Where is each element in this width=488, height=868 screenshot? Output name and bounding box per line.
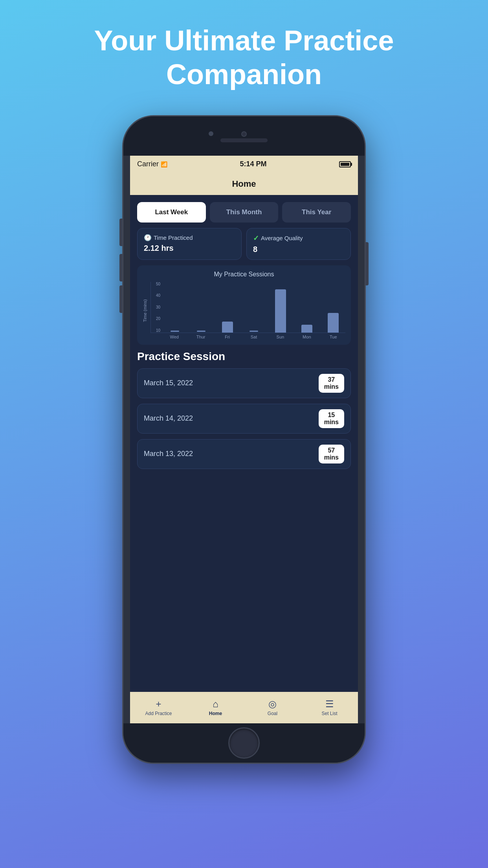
bar-fri [222, 322, 233, 333]
bar-group-wed [163, 331, 187, 333]
y-tick-30: 30 [151, 305, 162, 309]
clock-icon: 🕐 [144, 234, 152, 241]
status-battery [339, 161, 351, 167]
segment-last-week-label: Last Week [155, 208, 188, 216]
battery-fill [341, 163, 349, 166]
segment-this-year-label: This Year [302, 208, 331, 216]
goal-icon: ◎ [268, 699, 277, 710]
nav-title: Home [232, 179, 256, 189]
status-bar: Carrier 📶 5:14 PM [130, 156, 358, 173]
x-label-wed: Wed [162, 335, 186, 339]
chart-card: My Practice Sessions Time (mins) 50 40 3… [137, 265, 351, 345]
x-label-mon: Mon [295, 335, 319, 339]
chart-area: Time (mins) 50 40 30 20 10 [143, 282, 345, 339]
hero-title: Your Ultimate Practice Companion [67, 24, 421, 92]
phone-frame: Carrier 📶 5:14 PM Home Last Week Th [122, 115, 366, 764]
average-quality-value: 8 [253, 245, 344, 254]
home-icon: ⌂ [213, 699, 218, 710]
stat-label-time: 🕐 Time Practiced [144, 234, 235, 241]
x-label-thur: Thur [189, 335, 213, 339]
chart-x-labels: Wed Thur Fri Sat Sun Mon Tue [150, 335, 345, 339]
segment-this-year[interactable]: This Year [282, 202, 351, 223]
segment-last-week[interactable]: Last Week [137, 202, 206, 223]
chart-title: My Practice Sessions [143, 271, 345, 278]
session-duration-3: 57mins [319, 445, 344, 463]
bar-group-fri [216, 322, 240, 333]
add-practice-icon: + [156, 699, 161, 710]
phone-top-bar [123, 116, 365, 156]
bar-sun [275, 289, 286, 333]
practice-session-title: Practice Session [137, 350, 351, 363]
tab-home[interactable]: ⌂ Home [187, 699, 244, 716]
bar-short-line-thur [197, 331, 205, 332]
average-quality-label: Average Quality [261, 235, 303, 241]
segment-control: Last Week This Month This Year [137, 202, 351, 223]
goal-label: Goal [268, 711, 277, 716]
scroll-content: Last Week This Month This Year 🕐 Time Pr… [130, 195, 358, 692]
y-tick-40: 40 [151, 293, 162, 298]
front-camera-dot [209, 131, 213, 136]
bar-short-line-sat [250, 331, 258, 332]
session-item-1[interactable]: March 15, 2022 37mins [137, 368, 351, 398]
time-practiced-label: Time Practiced [154, 234, 193, 241]
segment-this-month[interactable]: This Month [210, 202, 279, 223]
carrier-label: Carrier [137, 160, 159, 168]
session-item-3[interactable]: March 13, 2022 57mins [137, 439, 351, 469]
tab-set-list[interactable]: ☰ Set List [301, 699, 358, 716]
set-list-icon: ☰ [325, 699, 334, 710]
bar-short-line-wed [171, 331, 179, 332]
set-list-label: Set List [321, 711, 337, 716]
stat-card-quality: ✓ Average Quality 8 [246, 228, 351, 260]
screen: Carrier 📶 5:14 PM Home Last Week Th [130, 156, 358, 723]
battery-icon [339, 161, 351, 167]
status-carrier: Carrier 📶 [137, 160, 167, 168]
session-date-3: March 13, 2022 [144, 450, 193, 458]
y-tick-20: 20 [151, 316, 162, 321]
bar-mon [301, 325, 312, 333]
time-practiced-value: 2.12 hrs [144, 244, 235, 253]
chart-inner: 50 40 30 20 10 [150, 282, 345, 339]
bar-group-sat [242, 331, 266, 333]
tab-goal[interactable]: ◎ Goal [244, 699, 301, 716]
x-label-fri: Fri [215, 335, 239, 339]
chart-y-axis-ticks: 50 40 30 20 10 [151, 282, 162, 333]
add-practice-label: Add Practice [145, 711, 172, 716]
home-button[interactable] [228, 727, 260, 759]
chart-bars-container: 50 40 30 20 10 [150, 282, 345, 333]
wifi-icon: 📶 [161, 161, 167, 167]
chart-y-axis-label: Time (mins) [143, 282, 150, 339]
nav-header: Home [130, 173, 358, 195]
x-label-sun: Sun [268, 335, 292, 339]
stats-row: 🕐 Time Practiced 2.12 hrs ✓ Average Qual… [137, 228, 351, 260]
x-label-sat: Sat [242, 335, 266, 339]
bar-group-tue [321, 313, 345, 333]
status-time: 5:14 PM [240, 160, 266, 168]
bar-group-sun [268, 289, 292, 333]
segment-this-month-label: This Month [226, 208, 262, 216]
session-duration-1: 37mins [319, 374, 344, 393]
speaker-bar [220, 138, 268, 142]
tab-add-practice[interactable]: + Add Practice [130, 699, 187, 716]
home-label: Home [209, 711, 222, 716]
phone-bottom-bar [123, 723, 365, 763]
camera-dot [241, 131, 247, 137]
y-tick-50: 50 [151, 282, 162, 286]
bar-tue [328, 313, 339, 333]
y-tick-10: 10 [151, 328, 162, 333]
stat-card-time: 🕐 Time Practiced 2.12 hrs [137, 228, 242, 260]
bar-group-thur [189, 331, 213, 333]
session-duration-2: 15mins [319, 409, 344, 428]
bar-group-mon [295, 325, 319, 333]
session-date-2: March 14, 2022 [144, 414, 193, 423]
session-date-1: March 15, 2022 [144, 379, 193, 387]
tab-bar: + Add Practice ⌂ Home ◎ Goal ☰ Set List [130, 692, 358, 723]
x-label-tue: Tue [321, 335, 345, 339]
session-item-2[interactable]: March 14, 2022 15mins [137, 404, 351, 434]
check-icon: ✓ [253, 234, 259, 243]
stat-label-quality: ✓ Average Quality [253, 234, 344, 243]
